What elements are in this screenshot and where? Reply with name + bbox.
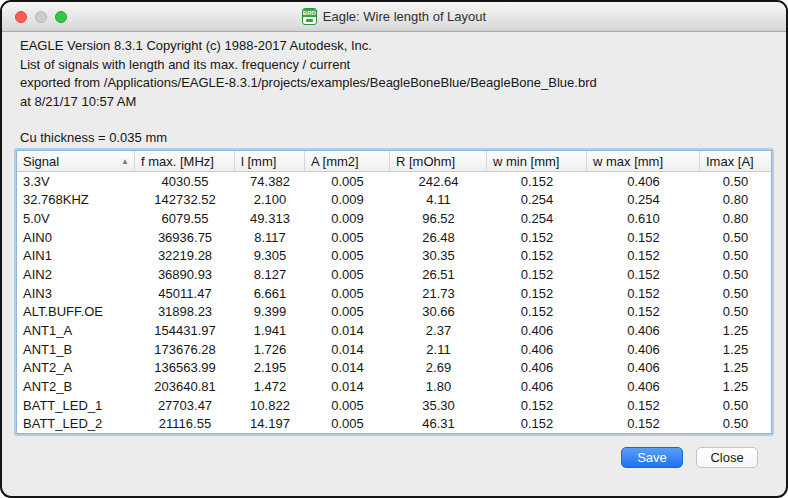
value-cell: 1.941 (235, 323, 305, 338)
eagle-report-window: BRD Eagle: Wire length of Layout EAGLE V… (0, 0, 788, 498)
value-cell: 0.005 (305, 416, 390, 431)
value-cell: 0.406 (587, 379, 700, 394)
value-cell: 14.197 (235, 416, 305, 431)
value-cell: 0.005 (305, 174, 390, 189)
value-cell: 2.100 (235, 192, 305, 207)
value-cell: 30.35 (390, 248, 487, 263)
value-cell: 21116.55 (135, 416, 235, 431)
value-cell: 74.382 (235, 174, 305, 189)
value-cell: 0.50 (700, 230, 771, 245)
value-cell: 4030.55 (135, 174, 235, 189)
signal-cell: AIN0 (17, 230, 135, 245)
value-cell: 2.11 (390, 342, 487, 357)
value-cell: 0.50 (700, 398, 771, 413)
value-cell: 0.014 (305, 360, 390, 375)
signal-cell: ANT1_B (17, 342, 135, 357)
table-row[interactable]: BATT_LED_127703.4710.8220.00535.300.1520… (17, 396, 771, 415)
zoom-window-button[interactable] (55, 11, 67, 23)
value-cell: 1.25 (700, 360, 771, 375)
report-header: EAGLE Version 8.3.1 Copyright (c) 1988-2… (20, 37, 774, 111)
dialog-buttons: Save Close (621, 447, 758, 468)
column-header-fmax[interactable]: f max. [MHz] (135, 151, 235, 171)
signal-cell: 5.0V (17, 211, 135, 226)
traffic-lights (15, 2, 67, 31)
value-cell: 0.152 (587, 304, 700, 319)
value-cell: 0.005 (305, 398, 390, 413)
value-cell: 1.80 (390, 379, 487, 394)
signal-cell: ANT2_A (17, 360, 135, 375)
signal-cell: 32.768KHZ (17, 192, 135, 207)
column-header-wmax[interactable]: w max [mm] (587, 151, 700, 171)
value-cell: 10.822 (235, 398, 305, 413)
table-row[interactable]: ANT1_A154431.971.9410.0142.370.4060.4061… (17, 321, 771, 340)
signal-cell: AIN3 (17, 286, 135, 301)
value-cell: 0.50 (700, 174, 771, 189)
table-row[interactable]: ANT2_A136563.992.1950.0142.690.4060.4061… (17, 358, 771, 377)
value-cell: 0.406 (587, 174, 700, 189)
value-cell: 31898.23 (135, 304, 235, 319)
value-cell: 0.152 (587, 286, 700, 301)
column-header-length[interactable]: l [mm] (235, 151, 305, 171)
value-cell: 6.661 (235, 286, 305, 301)
value-cell: 0.152 (487, 267, 587, 282)
value-cell: 0.014 (305, 342, 390, 357)
value-cell: 203640.81 (135, 379, 235, 394)
value-cell: 0.005 (305, 230, 390, 245)
column-header-imax[interactable]: Imax [A] (700, 151, 771, 171)
value-cell: 2.195 (235, 360, 305, 375)
value-cell: 32219.28 (135, 248, 235, 263)
value-cell: 0.152 (487, 416, 587, 431)
value-cell: 0.406 (587, 323, 700, 338)
value-cell: 0.406 (487, 342, 587, 357)
value-cell: 0.152 (487, 248, 587, 263)
signal-cell: AIN2 (17, 267, 135, 282)
column-header-wmin[interactable]: w min [mm] (487, 151, 587, 171)
table-row[interactable]: ANT1_B173676.281.7260.0142.110.4060.4061… (17, 340, 771, 359)
table-row[interactable]: AIN236890.938.1270.00526.510.1520.1520.5… (17, 265, 771, 284)
table-row[interactable]: AIN036936.758.1170.00526.480.1520.1520.5… (17, 228, 771, 247)
value-cell: 46.31 (390, 416, 487, 431)
value-cell: 35.30 (390, 398, 487, 413)
table-row[interactable]: 3.3V4030.5574.3820.005242.640.1520.4060.… (17, 172, 771, 191)
report-line-summary: List of signals with length and its max.… (20, 56, 774, 75)
value-cell: 0.406 (487, 323, 587, 338)
value-cell: 0.80 (700, 192, 771, 207)
table-row[interactable]: ALT.BUFF.OE31898.239.3990.00530.660.1520… (17, 302, 771, 321)
brd-icon-body (306, 19, 313, 22)
sort-ascending-icon: ▲ (121, 157, 129, 166)
value-cell: 27703.47 (135, 398, 235, 413)
signal-cell: 3.3V (17, 174, 135, 189)
signal-cell: ANT1_A (17, 323, 135, 338)
column-header-signal-label: Signal (23, 154, 59, 169)
table-row[interactable]: AIN132219.289.3050.00530.350.1520.1520.5… (17, 247, 771, 266)
window-title: Eagle: Wire length of Layout (323, 9, 486, 24)
value-cell: 8.117 (235, 230, 305, 245)
column-header-area[interactable]: A [mm2] (305, 151, 390, 171)
close-window-button[interactable] (15, 11, 27, 23)
value-cell: 0.152 (487, 304, 587, 319)
signal-cell: BATT_LED_1 (17, 398, 135, 413)
column-header-signal[interactable]: Signal ▲ (17, 151, 135, 171)
signal-table[interactable]: Signal ▲ f max. [MHz] l [mm] A [mm2] R [… (16, 150, 772, 434)
save-button[interactable]: Save (621, 447, 683, 468)
value-cell: 6079.55 (135, 211, 235, 226)
table-row[interactable]: BATT_LED_221116.5514.1970.00546.310.1520… (17, 414, 771, 433)
title-bar[interactable]: BRD Eagle: Wire length of Layout (2, 2, 786, 32)
value-cell: 1.25 (700, 342, 771, 357)
brd-icon-label: BRD (303, 9, 316, 17)
table-body: 3.3V4030.5574.3820.005242.640.1520.4060.… (17, 172, 771, 433)
table-row[interactable]: 5.0V6079.5549.3130.00996.520.2540.6100.8… (17, 209, 771, 228)
table-row[interactable]: 32.768KHZ142732.522.1000.0094.110.2540.2… (17, 191, 771, 210)
table-row[interactable]: AIN345011.476.6610.00521.730.1520.1520.5… (17, 284, 771, 303)
value-cell: 0.152 (587, 230, 700, 245)
value-cell: 0.610 (587, 211, 700, 226)
value-cell: 0.005 (305, 248, 390, 263)
table-row[interactable]: ANT2_B203640.811.4720.0141.800.4060.4061… (17, 377, 771, 396)
value-cell: 0.152 (487, 286, 587, 301)
close-button[interactable]: Close (696, 447, 758, 468)
value-cell: 154431.97 (135, 323, 235, 338)
value-cell: 36890.93 (135, 267, 235, 282)
report-line-version: EAGLE Version 8.3.1 Copyright (c) 1988-2… (20, 37, 774, 56)
column-header-resistance[interactable]: R [mOhm] (390, 151, 487, 171)
value-cell: 0.254 (487, 192, 587, 207)
